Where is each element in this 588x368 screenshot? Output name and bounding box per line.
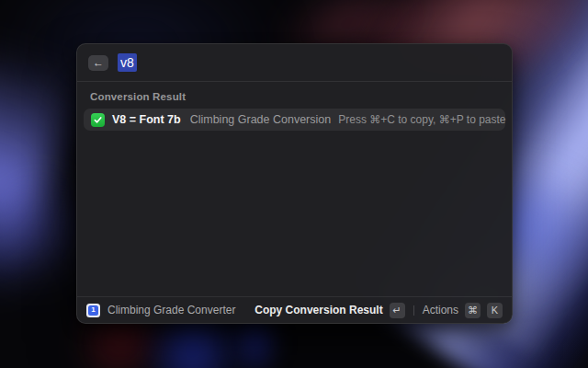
enter-keycap-icon: ↵ [390,303,405,318]
launcher-window: ← v8 Conversion Result V8 = Font 7b Clim… [76,43,513,324]
result-row[interactable]: V8 = Font 7b Climbing Grade Conversion P… [84,109,505,131]
result-title: V8 = Font 7b [112,113,181,126]
search-input[interactable]: v8 [118,56,137,69]
result-shortcut-hint: Press ⌘+C to copy, ⌘+P to paste [338,113,505,126]
result-subtitle: Climbing Grade Conversion [190,113,332,126]
action-bar: 1 Climbing Grade Converter Copy Conversi… [77,296,512,323]
back-button[interactable]: ← [88,55,108,71]
section-header: Conversion Result [77,86,512,109]
results-list: Conversion Result V8 = Font 7b Climbing … [77,82,512,296]
search-header: ← v8 [77,44,512,81]
cmd-keycap-icon: ⌘ [465,303,481,318]
primary-action-button[interactable]: Copy Conversion Result [254,304,382,316]
back-arrow-icon: ← [93,57,104,68]
action-bar-right: Copy Conversion Result ↵ Actions ⌘ K [254,303,503,318]
actions-menu-button[interactable]: Actions [423,304,458,316]
app-name: Climbing Grade Converter [107,304,235,316]
checkmark-icon [91,113,105,127]
search-input-selected-text: v8 [118,53,137,72]
footer-separator [413,305,414,316]
app-icon-glyph: 1 [88,305,98,316]
k-keycap-icon: K [487,303,503,318]
app-icon: 1 [86,304,100,317]
